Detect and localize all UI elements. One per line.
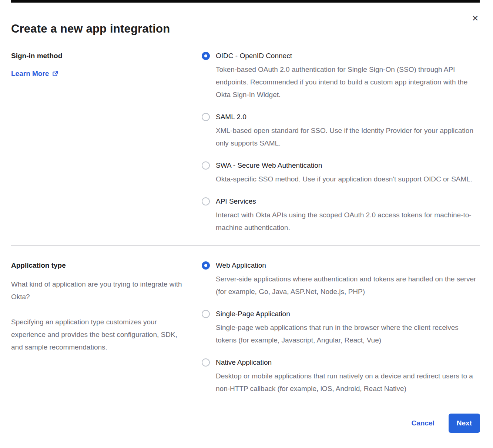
modal-body: Create a new app integration Sign-in met… xyxy=(0,22,493,433)
option-label-web-application[interactable]: Web Application xyxy=(216,261,480,270)
radio-button-saml[interactable] xyxy=(202,113,210,121)
option-description-native-application: Desktop or mobile applications that run … xyxy=(216,370,480,395)
radio-option-web-application: Web Application Server-side applications… xyxy=(202,261,480,298)
radio-button-web-application[interactable] xyxy=(202,261,210,270)
option-description-web-application: Server-side applications where authentic… xyxy=(216,273,480,298)
radio-button-oidc[interactable] xyxy=(202,52,210,60)
modal-footer: Cancel Next xyxy=(11,414,480,433)
option-description-single-page-application: Single-page web applications that run in… xyxy=(216,321,480,347)
radio-button-swa[interactable] xyxy=(202,161,210,170)
radio-option-single-page-application: Single-Page Application Single-page web … xyxy=(202,309,480,347)
option-description-oidc: Token-based OAuth 2.0 authentication for… xyxy=(216,63,480,101)
radio-option-oidc: OIDC - OpenID Connect Token-based OAuth … xyxy=(202,51,480,101)
radio-option-api-services: API Services Interact with Okta APIs usi… xyxy=(202,197,480,234)
page-title: Create a new app integration xyxy=(11,22,480,36)
section-divider xyxy=(11,245,480,246)
radio-option-saml: SAML 2.0 XML-based open standard for SSO… xyxy=(202,112,480,150)
external-link-icon xyxy=(52,71,58,77)
radio-button-native-application[interactable] xyxy=(202,358,210,367)
radio-button-single-page-application[interactable] xyxy=(202,310,210,318)
option-description-saml: XML-based open standard for SSO. Use if … xyxy=(216,124,480,150)
radio-option-swa: SWA - Secure Web Authentication Okta-spe… xyxy=(202,161,480,185)
signin-method-section: Sign-in method Learn More OIDC - OpenID … xyxy=(11,51,480,234)
option-label-single-page-application[interactable]: Single-Page Application xyxy=(216,309,480,319)
learn-more-label: Learn More xyxy=(11,70,49,78)
option-label-saml[interactable]: SAML 2.0 xyxy=(216,112,480,122)
application-type-question: What kind of application are you trying … xyxy=(11,278,191,303)
application-type-label: Application type xyxy=(11,261,191,270)
application-type-section: Application type What kind of applicatio… xyxy=(11,261,480,395)
next-button[interactable]: Next xyxy=(449,414,480,433)
top-window-edge xyxy=(11,0,480,3)
signin-method-label: Sign-in method xyxy=(11,51,191,61)
option-label-native-application[interactable]: Native Application xyxy=(216,358,480,367)
option-description-api-services: Interact with Okta APIs using the scoped… xyxy=(216,209,480,234)
application-type-help-text: Specifying an application type customize… xyxy=(11,316,191,354)
option-label-oidc[interactable]: OIDC - OpenID Connect xyxy=(216,51,480,61)
radio-option-native-application: Native Application Desktop or mobile app… xyxy=(202,358,480,395)
option-description-swa: Okta-specific SSO method. Use if your ap… xyxy=(216,173,480,185)
radio-button-api-services[interactable] xyxy=(202,197,210,205)
cancel-button[interactable]: Cancel xyxy=(412,419,435,427)
learn-more-link[interactable]: Learn More xyxy=(11,70,58,78)
option-label-swa[interactable]: SWA - Secure Web Authentication xyxy=(216,161,480,170)
option-label-api-services[interactable]: API Services xyxy=(216,197,480,206)
close-icon[interactable]: ✕ xyxy=(469,13,481,24)
